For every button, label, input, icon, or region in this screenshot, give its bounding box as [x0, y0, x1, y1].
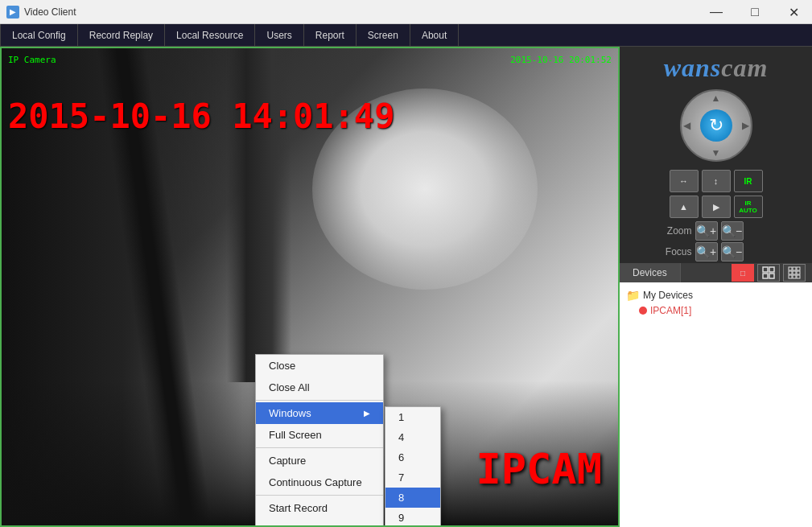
pan-left-icon[interactable]: ◀	[683, 120, 690, 131]
ir-auto-button[interactable]: IRAUTO	[734, 196, 763, 218]
pan-right-icon[interactable]: ▶	[742, 120, 749, 131]
ctx-divider-2	[256, 447, 383, 448]
ctx-divider-1	[256, 400, 383, 401]
svg-rect-2	[763, 274, 768, 278]
ctx-close-all[interactable]: Close All	[256, 377, 383, 398]
menu-screen[interactable]: Screen	[357, 24, 410, 46]
submenu-arrow-icon: ▶	[364, 409, 370, 418]
ctrl-row-2: ▲ ▶ IRAUTO	[670, 196, 763, 218]
window-controls: — □ ✕	[698, 0, 812, 23]
ctx-close[interactable]: Close	[256, 355, 383, 377]
ctrl-row-1: ↔ ↕ IR	[670, 170, 763, 192]
ctx-listening[interactable]: Listening	[256, 519, 383, 527]
sub-win-4[interactable]: 4	[385, 427, 440, 447]
minimize-button[interactable]: —	[698, 0, 735, 24]
folder-icon: 📁	[626, 289, 640, 302]
my-devices-folder: 📁 My Devices	[626, 289, 806, 302]
devices-tab[interactable]: Devices	[620, 263, 681, 282]
sub-win-1[interactable]: 1	[385, 407, 440, 427]
ctx-start-record[interactable]: Start Record	[256, 497, 383, 519]
svg-rect-11	[793, 275, 796, 278]
svg-rect-7	[789, 271, 792, 274]
sub-win-8[interactable]: 8	[385, 488, 440, 508]
ctx-divider-3	[256, 495, 383, 496]
zoom-label: Zoom	[660, 225, 692, 237]
devices-tab-row: Devices □	[620, 263, 812, 282]
svg-rect-9	[797, 271, 800, 274]
maximize-button[interactable]: □	[736, 0, 773, 24]
svg-rect-8	[793, 271, 796, 274]
sub-win-7[interactable]: 7	[385, 467, 440, 488]
svg-rect-0	[763, 267, 768, 272]
flip-v-button[interactable]: ↕	[702, 170, 731, 192]
close-button[interactable]: ✕	[775, 0, 812, 24]
camera-ipcam-label: IPCAM	[476, 445, 602, 493]
camera-view: IP Camera 2015-10-16 14:01:49 2015-10-16…	[0, 47, 620, 527]
focus-in-button[interactable]: 🔍+	[695, 242, 718, 261]
wanscam-logo: wanscam	[664, 53, 769, 83]
device-name: IPCAM[1]	[650, 305, 691, 316]
windows-submenu: 1 4 6 7 8 9	[385, 406, 441, 527]
pan-tilt-arrows: ▲ ▼ ◀ ▶	[682, 91, 751, 160]
ctx-capture[interactable]: Capture	[256, 450, 383, 471]
ctx-windows[interactable]: Windows ▶ 1 4 6 7	[256, 402, 383, 424]
view-grid-button[interactable]	[783, 264, 806, 282]
right-panel: wanscam ↻ ▲ ▼ ◀ ▶ ↔ ↕ IR ▲ ▶	[620, 47, 812, 527]
menu-report[interactable]: Report	[304, 24, 357, 46]
svg-rect-5	[793, 267, 796, 270]
device-list: 📁 My Devices IPCAM[1]	[620, 282, 812, 527]
menu-local-resource[interactable]: Local Resource	[165, 24, 255, 46]
svg-rect-12	[797, 275, 800, 278]
menu-bar: Local Config Record Replay Local Resourc…	[0, 24, 812, 47]
camera-label-top: IP Camera	[8, 55, 56, 65]
svg-rect-3	[769, 274, 774, 278]
device-status-dot	[639, 307, 647, 315]
zoom-out-button[interactable]: 🔍−	[721, 221, 744, 241]
view-mode-buttons: □	[725, 264, 812, 282]
app-icon: ▶	[6, 6, 19, 19]
pan-up-icon[interactable]: ▲	[711, 93, 721, 104]
focus-out-button[interactable]: 🔍−	[721, 242, 744, 261]
play-button[interactable]: ▶	[702, 196, 731, 218]
device-item-ipcam[interactable]: IPCAM[1]	[639, 305, 806, 316]
my-devices-label: My Devices	[643, 290, 693, 301]
svg-rect-10	[789, 275, 792, 278]
focus-row: Focus 🔍+ 🔍−	[660, 242, 773, 261]
sub-win-9[interactable]: 9	[385, 508, 440, 527]
zoom-in-button[interactable]: 🔍+	[695, 221, 718, 241]
camera-timestamp-main: 2015-10-16 14:01:49	[8, 97, 394, 136]
menu-about[interactable]: About	[410, 24, 459, 46]
menu-local-config[interactable]: Local Config	[0, 24, 78, 46]
svg-rect-1	[769, 267, 774, 272]
focus-label: Focus	[660, 246, 692, 257]
svg-rect-6	[797, 267, 800, 270]
ir-button[interactable]: IR	[734, 170, 763, 192]
window-title: Video Client	[24, 6, 806, 18]
pan-down-icon[interactable]: ▼	[711, 147, 721, 159]
main-area: IP Camera 2015-10-16 14:01:49 2015-10-16…	[0, 47, 812, 527]
sub-win-6[interactable]: 6	[385, 447, 440, 467]
ctx-continuous-capture[interactable]: Continuous Capture	[256, 471, 383, 493]
context-menu: Close Close All Windows ▶ 1 4 6	[255, 354, 384, 527]
triangle-button[interactable]: ▲	[670, 196, 699, 218]
camera-timestamp-right: 2015-10-16 20:01:52	[510, 55, 612, 65]
view-single-button[interactable]: □	[732, 264, 754, 282]
pan-tilt-dial[interactable]: ↻ ▲ ▼ ◀ ▶	[680, 89, 752, 162]
flip-h-button[interactable]: ↔	[670, 170, 699, 192]
pan-tilt-control[interactable]: ↻ ▲ ▼ ◀ ▶	[680, 89, 752, 162]
svg-rect-4	[789, 267, 792, 270]
ctx-full-screen[interactable]: Full Screen	[256, 424, 383, 446]
menu-users[interactable]: Users	[255, 24, 303, 46]
zoom-row: Zoom 🔍+ 🔍−	[660, 221, 773, 241]
title-bar: ▶ Video Client — □ ✕	[0, 0, 812, 24]
menu-record-replay[interactable]: Record Replay	[78, 24, 165, 46]
view-quad-button[interactable]	[757, 264, 780, 282]
